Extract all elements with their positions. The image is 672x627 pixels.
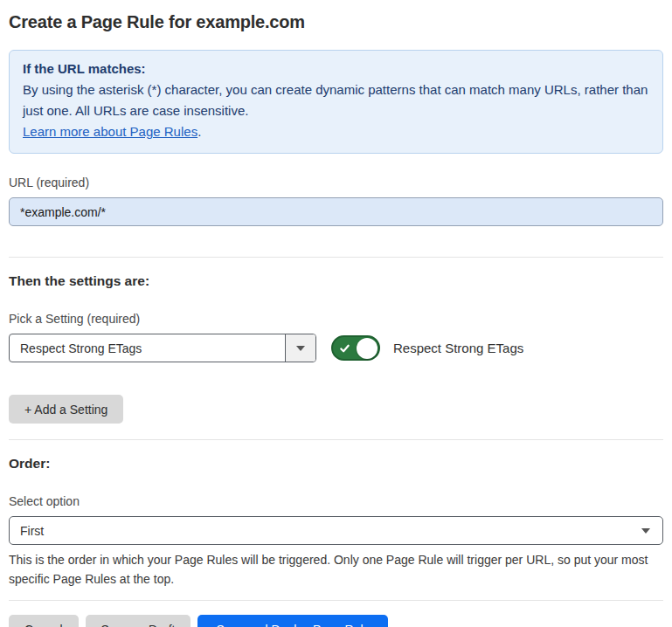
order-select-label: Select option <box>9 494 663 509</box>
save-deploy-button[interactable]: Save and Deploy Page Rule <box>197 615 388 627</box>
url-match-info-box: If the URL matches: By using the asteris… <box>9 50 663 154</box>
info-box-body: By using the asterisk (*) character, you… <box>23 79 649 121</box>
info-box-heading: If the URL matches: <box>23 59 649 79</box>
setting-select[interactable]: Respect Strong ETags <box>9 334 316 362</box>
setting-row: Respect Strong ETags Respect Strong ETag… <box>9 334 663 362</box>
setting-toggle-label: Respect Strong ETags <box>393 341 523 355</box>
chevron-down-icon <box>296 346 305 351</box>
link-suffix-text: . <box>197 124 201 139</box>
info-box-link-line: Learn more about Page Rules. <box>23 121 649 142</box>
footer-actions: Cancel Save as Draft Save and Deploy Pag… <box>9 615 663 627</box>
order-help-text: This is the order in which your Page Rul… <box>9 550 663 589</box>
learn-more-link[interactable]: Learn more about Page Rules <box>23 124 197 139</box>
url-field-label: URL (required) <box>9 176 663 190</box>
section-divider <box>9 439 663 440</box>
section-divider <box>9 257 663 258</box>
toggle-knob <box>357 338 378 359</box>
url-input[interactable] <box>9 197 663 226</box>
footer-divider <box>9 600 663 601</box>
order-select[interactable]: First <box>9 516 663 545</box>
setting-picker-label: Pick a Setting (required) <box>9 312 663 327</box>
page-title: Create a Page Rule for example.com <box>9 10 663 33</box>
chevron-down-icon <box>641 528 650 534</box>
page-rule-form: Create a Page Rule for example.com If th… <box>0 0 672 627</box>
save-draft-button[interactable]: Save as Draft <box>86 615 191 627</box>
cancel-button[interactable]: Cancel <box>9 615 79 627</box>
setting-select-arrow-button[interactable] <box>285 334 315 362</box>
add-setting-button[interactable]: + Add a Setting <box>9 395 123 424</box>
settings-section-heading: Then the settings are: <box>9 272 663 290</box>
setting-toggle[interactable] <box>331 335 380 361</box>
check-icon <box>339 342 350 354</box>
order-select-value: First <box>20 524 641 538</box>
setting-select-value: Respect Strong ETags <box>10 334 285 362</box>
order-section-heading: Order: <box>9 455 663 472</box>
